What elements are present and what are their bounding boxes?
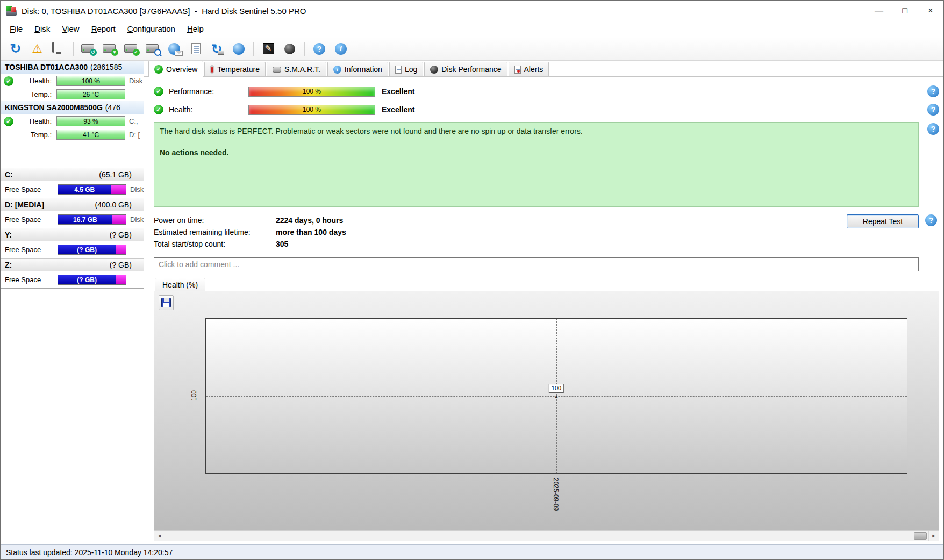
status-message: The hard disk status is PERFECT. Problem… [160,127,913,135]
status-last-updated: Status last updated: 2025-11-10 Monday 1… [6,548,173,557]
stat-remaining-lifetime: Estimated remaining lifetime: more than … [154,226,847,238]
tab-label: Information [345,65,382,74]
smart-chip-icon [273,67,281,73]
scroll-right-button[interactable] [928,531,939,541]
stat-start-stop-count: Total start/stop count: 305 [154,238,847,250]
performance-rating: Excellent [382,87,414,96]
menu-disk[interactable]: Disk [28,22,56,35]
menu-help[interactable]: Help [181,22,210,35]
sync-disks-icon [210,43,224,55]
disk-temp-row: Temp.: 41 °C D: [ [1,128,144,141]
tab-log[interactable]: Log [389,62,423,76]
tab-temperature[interactable]: Temperature [204,62,266,76]
disk-size: (2861585 [90,63,122,71]
statusbar: Status last updated: 2025-11-10 Monday 1… [1,544,943,559]
help-icon[interactable] [925,214,937,226]
stat-value: 2224 days, 0 hours [276,216,343,225]
disk-test-button[interactable] [100,40,119,58]
free-space-row: Free Space 4.5 GB Disk [1,181,144,198]
chart-horizontal-scrollbar[interactable] [154,530,939,541]
tab-label: Overview [166,65,197,74]
maximize-button[interactable]: □ [892,1,918,21]
globe-mail-icon [168,43,180,55]
partition-header: D: [MEDIA] (400.0 GB) [1,198,144,211]
disk-search-icon [146,44,160,54]
send-report-email-button[interactable] [165,40,184,58]
menu-file[interactable]: File [4,22,28,35]
stat-value: 305 [276,240,288,248]
scroll-left-button[interactable] [154,531,165,541]
disk-entry-toshiba[interactable]: TOSHIBA DT01ACA300 (2861585 Health: 100 … [1,61,144,101]
scrollbar-thumb[interactable] [914,532,927,540]
free-space-value: (? GB) [58,275,116,284]
menu-view[interactable]: View [56,22,85,35]
free-space-row: Free Space (? GB) [1,241,144,258]
chart-section: Health (%) 100 100 [154,278,939,541]
partition-entry-y[interactable]: Y: (? GB) Free Space (? GB) [1,228,144,258]
repeat-test-button[interactable]: Repeat Test [847,214,919,228]
partition-entry-c[interactable]: C: (65.1 GB) Free Space 4.5 GB Disk [1,168,144,198]
minimize-button[interactable]: — [866,1,892,21]
chart-tab-health[interactable]: Health (%) [155,278,205,291]
performance-row: Performance: 100 % Excellent [154,84,939,98]
menubar: File Disk View Report Configuration Help [1,21,943,37]
free-space-bar: 4.5 GB [58,184,126,195]
chart-plot-area: 100 [205,318,907,474]
save-chart-button[interactable] [159,295,174,310]
tab-smart[interactable]: S.M.A.R.T. [267,62,326,76]
help-button[interactable] [310,40,329,58]
stats-section: Power on time: 2224 days, 0 hours Estima… [154,214,939,250]
help-icon[interactable] [927,104,939,116]
disk-search-button[interactable] [143,40,162,58]
free-space-row: Free Space 16.7 GB Disk [1,211,144,228]
partition-extra-text: Disk [130,185,144,193]
health-label: Health: [18,77,56,85]
tab-disk-performance[interactable]: Disk Performance [424,62,507,76]
disk-performance-button[interactable] [280,40,299,58]
menu-report[interactable]: Report [85,22,121,35]
floppy-save-icon [161,298,171,307]
disk-accept-button[interactable] [121,40,141,58]
network-disk-button[interactable] [229,40,248,58]
monitor-icon [52,43,65,54]
refresh-button[interactable] [6,40,25,58]
sync-disks-button[interactable] [208,40,227,58]
temp-bar: 41 °C [56,130,125,140]
app-icon [6,6,17,16]
disk-entry-kingston[interactable]: KINGSTON SA2000M8500G (476 Health: 93 % … [1,101,144,141]
disk-header: KINGSTON SA2000M8500G (476 [1,101,144,114]
tabbar: Overview Temperature S.M.A.R.T. Informat… [144,61,943,77]
partition-size: (? GB) [110,261,132,269]
partition-entry-d[interactable]: D: [MEDIA] (400.0 GB) Free Space 16.7 GB… [1,198,144,228]
tab-label: Temperature [217,65,260,74]
partition-entry-z[interactable]: Z: (? GB) Free Space (? GB) [1,258,144,288]
information-button[interactable] [331,40,351,58]
tab-information[interactable]: Information [327,62,388,76]
comment-input[interactable] [154,257,919,271]
surface-test-button[interactable] [259,40,278,58]
help-icon[interactable] [927,85,939,97]
disk-health-row: Health: 100 % Disk [1,74,144,88]
tab-alerts[interactable]: Alerts [509,62,549,76]
partition-name: Z: [5,261,12,269]
scrollbar-track[interactable] [165,531,928,541]
free-space-value: 16.7 GB [58,215,112,224]
view-report-button[interactable] [186,40,205,58]
health-bar: 100 % [56,76,125,86]
partition-header: Z: (? GB) [1,258,144,271]
help-icon[interactable] [927,123,939,135]
free-space-label: Free Space [5,246,58,254]
menu-configuration[interactable]: Configuration [121,22,181,35]
health-label: Health: [169,105,248,114]
close-button[interactable]: × [918,1,943,21]
disk-health-row: Health: 93 % C:, [1,114,144,128]
health-bar: 93 % [56,116,125,126]
app-window: Disk: 0, TOSHIBA DT01ACA300 [37G6PAAAS] … [0,0,944,560]
desktop-monitor-button[interactable] [49,40,68,58]
tab-overview[interactable]: Overview [148,61,203,77]
sidebar-empty-space [1,289,144,544]
send-error-report-button[interactable] [27,40,47,58]
detect-disks-button[interactable] [78,40,98,58]
report-page-icon [191,43,201,54]
health-label: Health: [18,117,56,125]
